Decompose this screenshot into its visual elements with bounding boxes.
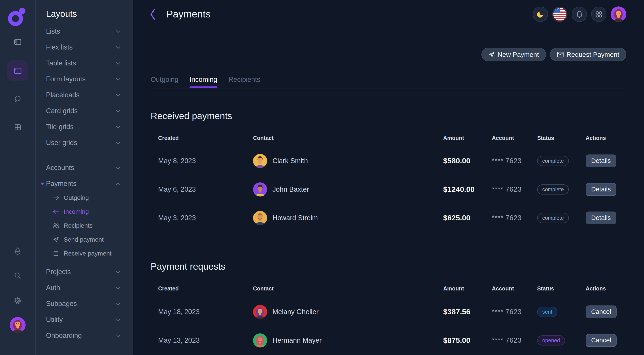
- column-header-amount: Amount: [443, 285, 492, 292]
- details-button[interactable]: Details: [586, 154, 616, 167]
- sidebar-item-label: Placeloads: [46, 91, 80, 99]
- notifications-button[interactable]: [572, 7, 587, 22]
- status-badge: complete: [537, 184, 569, 195]
- sidebar-title: Layouts: [46, 9, 133, 18]
- payments-subitems: Outgoing Incoming Recipients Send paymen…: [36, 191, 133, 260]
- status-cell: complete: [537, 184, 586, 195]
- language-button[interactable]: [552, 7, 568, 22]
- sidebar-item-label: Form layouts: [46, 75, 86, 83]
- send-icon: [488, 51, 495, 58]
- sidebar-item-tile-grids[interactable]: Tile grids: [36, 119, 133, 135]
- created-cell: May 6, 2023: [158, 185, 253, 193]
- table-row: May 3, 2023 Howard Streim $625.00 **** 7…: [150, 204, 626, 232]
- chevron-down-icon: [116, 30, 120, 33]
- details-button[interactable]: Details: [586, 183, 616, 196]
- created-cell: May 18, 2023: [158, 308, 253, 316]
- request-payment-label: Request Payment: [566, 51, 619, 58]
- sidebar-subitem-receive-payment[interactable]: Receive payment: [36, 247, 133, 260]
- sidebar-item-user-grids[interactable]: User grids: [36, 135, 133, 151]
- tab-recipients[interactable]: Recipients: [228, 74, 260, 85]
- contact-name: Howard Streim: [272, 214, 318, 222]
- profile-avatar[interactable]: [610, 6, 626, 22]
- chevron-left-icon: [150, 8, 156, 20]
- theme-toggle-button[interactable]: [533, 7, 548, 22]
- sidebar-item-projects[interactable]: Projects: [36, 264, 133, 280]
- back-button[interactable]: [150, 8, 156, 20]
- created-cell: May 13, 2023: [158, 337, 253, 345]
- cancel-button[interactable]: Cancel: [586, 334, 616, 347]
- sidebar-item-label: Accounts: [46, 164, 74, 172]
- table-row: May 13, 2023 Hermann Mayer $875.00 **** …: [150, 326, 626, 355]
- search-icon[interactable]: [0, 272, 36, 279]
- apps-button[interactable]: [591, 7, 606, 22]
- column-header-contact: Contact: [253, 285, 443, 292]
- status-badge: sent: [537, 307, 557, 317]
- chevron-down-icon: [116, 334, 120, 337]
- details-button[interactable]: Details: [586, 212, 616, 224]
- account-cell: **** 7623: [492, 214, 537, 222]
- cancel-button[interactable]: Cancel: [586, 306, 616, 318]
- tab-outgoing[interactable]: Outgoing: [150, 74, 178, 85]
- sidebar-item-label: Table lists: [46, 59, 76, 67]
- request-payment-button[interactable]: Request Payment: [550, 48, 626, 61]
- column-header-contact: Contact: [253, 135, 443, 141]
- profile-avatar[interactable]: [10, 317, 26, 333]
- contact-cell: Melany Gheller: [253, 305, 443, 319]
- table-row: May 6, 2023 John Baxter $1240.00 **** 76…: [150, 175, 626, 204]
- grid-icon[interactable]: [0, 124, 36, 131]
- requests-table-header: CreatedContactAmountAccountStatusActions: [150, 283, 626, 294]
- sidebar-item-utility[interactable]: Utility: [36, 312, 133, 328]
- sidebar-item-accounts[interactable]: Accounts: [36, 160, 133, 176]
- sidebar-subitem-send-payment[interactable]: Send payment: [36, 233, 133, 247]
- gear-icon[interactable]: [0, 297, 36, 305]
- sidebar-item-onboarding[interactable]: Onboarding: [36, 328, 133, 344]
- contact-cell: John Baxter: [253, 182, 443, 197]
- new-payment-button[interactable]: New Payment: [482, 48, 546, 61]
- status-badge: opened: [537, 335, 565, 346]
- contact-name: Clark Smith: [272, 157, 308, 165]
- status-cell: sent: [537, 307, 586, 317]
- actions-cell: Cancel: [586, 306, 626, 318]
- amount-cell: $625.00: [443, 214, 492, 222]
- contact-name: Hermann Mayer: [272, 337, 322, 345]
- sidebar-item-label: User grids: [46, 139, 77, 147]
- sidebar-subitem-outgoing[interactable]: Outgoing: [36, 191, 133, 205]
- sidebar-item-form-layouts[interactable]: Form layouts: [36, 71, 133, 87]
- sidebar-item-payments[interactable]: Payments: [36, 176, 133, 192]
- sidebar-item-table-lists[interactable]: Table lists: [36, 55, 133, 71]
- contact-avatar: [253, 211, 267, 225]
- droplet-icon[interactable]: [0, 247, 36, 255]
- account-cell: **** 7623: [492, 337, 537, 345]
- icon-rail: [0, 0, 36, 355]
- chevron-down-icon: [116, 141, 120, 144]
- amount-cell: $875.00: [443, 336, 492, 345]
- sidebar-item-card-grids[interactable]: Card grids: [36, 103, 133, 119]
- column-header-created: Created: [158, 285, 253, 292]
- column-header-actions: Actions: [586, 135, 626, 141]
- column-header-amount: Amount: [443, 135, 492, 141]
- sidebar-item-placeloads[interactable]: Placeloads: [36, 87, 133, 103]
- chevron-down-icon: [116, 166, 120, 169]
- sidebar-toggle-icon[interactable]: [0, 38, 36, 45]
- amount-cell: $387.56: [443, 308, 492, 316]
- sidebar-subitem-label: Incoming: [64, 208, 89, 215]
- people-icon: [52, 223, 60, 229]
- sidebar-item-auth[interactable]: Auth: [36, 280, 133, 296]
- sidebar-subitem-recipients[interactable]: Recipients: [36, 219, 133, 233]
- contact-name: John Baxter: [272, 185, 309, 193]
- chevron-up-icon: [116, 182, 120, 185]
- sidebar-item-lists[interactable]: Lists: [36, 23, 133, 39]
- sidebar-subitem-incoming[interactable]: Incoming: [36, 205, 133, 219]
- tab-incoming[interactable]: Incoming: [190, 74, 218, 85]
- contact-name: Melany Gheller: [272, 308, 318, 316]
- contact-cell: Clark Smith: [253, 154, 443, 168]
- actions-cell: Details: [586, 212, 626, 224]
- layouts-sidebar: Layouts Lists Flex lists Table lists For…: [36, 0, 133, 355]
- chat-icon[interactable]: [0, 95, 36, 103]
- sidebar-item-label: Lists: [46, 27, 60, 35]
- amount-cell: $1240.00: [443, 185, 492, 194]
- sidebar-item-subpages[interactable]: Subpages: [36, 296, 133, 312]
- sidebar-item-flex-lists[interactable]: Flex lists: [36, 39, 133, 55]
- rail-item-layouts-active[interactable]: [7, 60, 28, 81]
- app-logo[interactable]: [6, 7, 26, 27]
